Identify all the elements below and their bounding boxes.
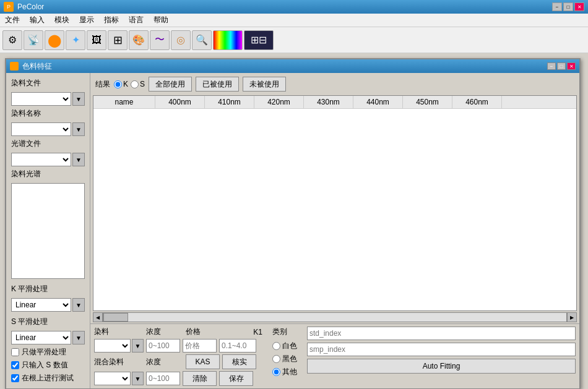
toolbar-circle-icon[interactable]: ⬤ [45, 30, 64, 50]
table-body [93, 109, 576, 310]
verify-button[interactable]: 核实 [222, 354, 256, 369]
spectrum-file-dropdown[interactable] [11, 153, 71, 166]
mix-dye-select[interactable] [94, 372, 131, 385]
radio-black-label[interactable]: 黑色 [272, 354, 297, 364]
spectrum-file-row: ▼ [11, 153, 85, 166]
k1-input[interactable] [219, 339, 256, 353]
btn-unused[interactable]: 未被使用 [243, 77, 286, 92]
menu-index[interactable]: 指标 [99, 14, 124, 27]
dialog-color-characteristics: 色料特征 − □ ✕ 染料文件 ▼ 染料名称 ▼ [5, 58, 581, 389]
price-input[interactable] [183, 339, 217, 353]
radio-k-label[interactable]: K [114, 80, 128, 88]
kas-button[interactable]: KAS [186, 354, 220, 369]
dye-select[interactable] [94, 339, 131, 353]
price-col-label: 价格 [186, 327, 223, 337]
dye-file-dropdown[interactable] [11, 92, 71, 106]
s-smooth-dropdown[interactable]: Linear [11, 331, 71, 344]
toolbar-color-circle-icon[interactable]: ◎ [171, 30, 191, 50]
dye-name-dropdown[interactable] [11, 122, 71, 136]
scroll-right-btn[interactable]: ▶ [567, 312, 577, 322]
conc-col-label: 浓度 [146, 327, 183, 337]
radio-other-label[interactable]: 其他 [272, 367, 297, 377]
toolbar-palette-icon[interactable]: 🎨 [129, 30, 149, 50]
dye-name-row: ▼ [11, 122, 85, 136]
s-smooth-row: Linear ▼ [11, 331, 85, 344]
app-icon: P [4, 2, 14, 12]
mix-dye-label: 混合染料 [94, 357, 144, 367]
dye-file-dropdown-btn[interactable]: ▼ [72, 92, 85, 106]
btn-used[interactable]: 已被使用 [196, 77, 239, 92]
toolbar-search-icon[interactable]: 🔍 [192, 30, 212, 50]
radio-k[interactable] [114, 80, 122, 88]
smp-index-input[interactable] [307, 343, 576, 356]
toolbar-spectrum-icon[interactable] [213, 30, 243, 50]
dye-file-row: ▼ [11, 92, 85, 106]
remove-button[interactable]: 清除 [183, 371, 217, 386]
toolbar-image-icon[interactable]: 🖼 [87, 30, 106, 50]
toolbar-remote-icon[interactable]: 📡 [24, 30, 43, 50]
scroll-area: ◀ ▶ [90, 311, 579, 323]
dye-spectrum-box [11, 183, 85, 279]
mix-conc-input[interactable] [146, 372, 180, 385]
only-smooth-checkbox[interactable] [11, 348, 19, 356]
scrollbar-horizontal[interactable] [103, 312, 567, 322]
spectrum-file-dropdown-btn[interactable]: ▼ [72, 153, 85, 166]
root-test-checkbox[interactable] [11, 374, 19, 382]
menu-file[interactable]: 文件 [0, 14, 25, 27]
dialog-minimize-button[interactable]: − [547, 62, 556, 70]
menu-display[interactable]: 显示 [74, 14, 99, 27]
bottom-panel: 染料 浓度 价格 K1 ▼ [90, 323, 579, 388]
menu-module[interactable]: 模块 [50, 14, 74, 27]
th-440: 440nm [353, 96, 403, 108]
toolbar-wave-icon[interactable]: 〜 [150, 30, 170, 50]
toolbar-grid2-icon[interactable]: ⊞⊟ [244, 30, 274, 50]
k-smooth-dropdown[interactable]: Linear [11, 298, 71, 312]
main-area: 色料特征 − □ ✕ 染料文件 ▼ 染料名称 ▼ [0, 53, 588, 389]
dye-name-dropdown-btn[interactable]: ▼ [72, 122, 85, 136]
radio-white[interactable] [272, 342, 280, 350]
dye-controls: 染料 浓度 价格 K1 ▼ [94, 327, 262, 386]
mix-dye-select-btn[interactable]: ▼ [132, 372, 144, 385]
k-smooth-dropdown-btn[interactable]: ▼ [72, 298, 85, 312]
info-section: Auto Fitting [307, 327, 576, 374]
conc-input[interactable] [146, 339, 180, 353]
dialog-maximize-button[interactable]: □ [557, 62, 566, 70]
menu-bar: 文件 输入 模块 显示 指标 语言 帮助 [0, 14, 588, 27]
std-index-input[interactable] [307, 327, 576, 340]
toolbar-star-icon[interactable]: ✦ [66, 30, 85, 50]
k1-col-label: K1 [225, 328, 262, 336]
save-button[interactable]: 保存 [219, 371, 253, 386]
btn-all-used[interactable]: 全部使用 [149, 77, 192, 92]
minimize-button[interactable]: − [552, 2, 562, 11]
maximize-button[interactable]: □ [563, 2, 573, 11]
dye-select-btn[interactable]: ▼ [132, 339, 144, 353]
scroll-left-btn[interactable]: ◀ [93, 312, 103, 322]
toolbar-grid-icon[interactable]: ⊞ [108, 30, 128, 50]
only-input-s-checkbox[interactable] [11, 361, 19, 369]
dialog-icon [10, 62, 19, 71]
auto-fitting-button[interactable]: Auto Fitting [307, 359, 576, 374]
radio-black[interactable] [272, 355, 280, 363]
dye-dropdown-wrapper: ▼ [94, 339, 144, 353]
toolbar: ⚙ 📡 ⬤ ✦ 🖼 ⊞ 🎨 〜 ◎ 🔍 ⊞⊟ [0, 27, 588, 53]
radio-s-label[interactable]: S [131, 80, 145, 88]
dialog-body: 染料文件 ▼ 染料名称 ▼ 光谱文件 ▼ 染料光谱 [6, 73, 579, 388]
only-smooth-row: 只做平滑处理 [11, 347, 85, 357]
k-smooth-label: K 平滑处理 [11, 284, 85, 294]
only-smooth-label: 只做平滑处理 [22, 347, 66, 357]
conc2-col-label: 浓度 [146, 357, 183, 367]
only-input-s-row: 只输入 S 数值 [11, 360, 85, 370]
scroll-thumb[interactable] [103, 313, 128, 322]
radio-other[interactable] [272, 368, 280, 376]
root-test-label: 在根上进行测试 [22, 373, 74, 383]
close-button[interactable]: ✕ [574, 2, 584, 11]
menu-input[interactable]: 输入 [25, 14, 50, 27]
s-smooth-dropdown-btn[interactable]: ▼ [72, 331, 85, 344]
radio-s[interactable] [131, 80, 139, 88]
menu-help[interactable]: 帮助 [149, 14, 173, 27]
right-panel: 结果 K S 全部使用 已被使用 未被使用 [90, 73, 579, 388]
toolbar-settings-icon[interactable]: ⚙ [2, 30, 22, 50]
dialog-close-button[interactable]: ✕ [567, 62, 576, 70]
menu-language[interactable]: 语言 [124, 14, 149, 27]
radio-white-label[interactable]: 白色 [272, 341, 297, 351]
